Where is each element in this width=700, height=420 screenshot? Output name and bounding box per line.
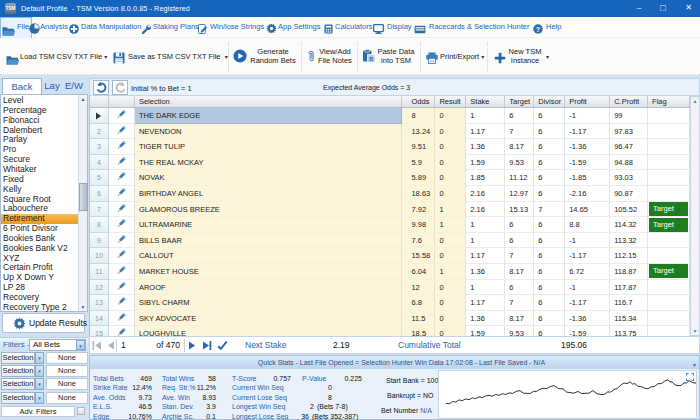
svg-text:?: ? xyxy=(536,25,541,34)
svg-text:B: B xyxy=(369,56,373,62)
